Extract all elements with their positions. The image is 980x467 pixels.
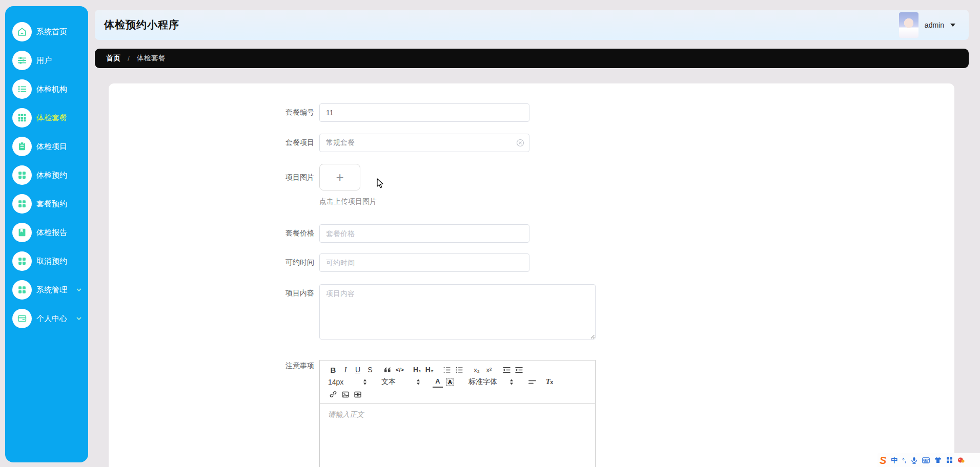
sidebar-item-home[interactable]: 系统首页 xyxy=(5,17,88,46)
clear-icon[interactable] xyxy=(516,139,524,147)
package-item-input-wrap xyxy=(319,134,529,152)
avatar xyxy=(899,12,918,38)
sidebar-item-institutions[interactable]: 体检机构 xyxy=(5,75,88,103)
sidebar-item-users[interactable]: 用户 xyxy=(5,46,88,75)
grid-2x2-icon xyxy=(12,280,32,300)
breadcrumb-separator: / xyxy=(128,55,130,62)
sliders-icon xyxy=(12,51,32,70)
ime-language-toggle[interactable]: 中 xyxy=(891,456,897,465)
bullet-list-button[interactable] xyxy=(454,364,464,375)
subscript-button[interactable]: x₂ xyxy=(472,364,482,375)
page: 系统首页 用户 体检机构 体检套餐 体检项目 xyxy=(0,0,980,467)
font-family-value: 标准字体 xyxy=(468,377,497,387)
grid-2x2-icon xyxy=(12,194,32,214)
header-bar: 体检预约小程序 admin xyxy=(95,10,969,40)
form-row-project-image: 项目图片 + 点击上传项目图片 xyxy=(233,164,377,206)
toolbar-row-2: 14px 文本 A A 标准字体 xyxy=(328,376,591,388)
strikethrough-button[interactable]: S xyxy=(365,364,375,375)
sidebar-item-system-management[interactable]: 系统管理 xyxy=(5,275,88,304)
sidebar-item-label: 取消预约 xyxy=(36,257,67,266)
ime-toolbar: S 中 °, xyxy=(877,453,980,467)
header-1-button[interactable]: H₁ xyxy=(412,364,422,375)
report-icon xyxy=(12,223,32,242)
rich-text-editor: B I U S </> H₁ H₂ x₂ xyxy=(319,360,596,467)
field-label: 套餐项目 xyxy=(233,138,314,147)
clear-format-button[interactable]: Tx xyxy=(544,376,555,388)
package-price-input[interactable] xyxy=(319,224,529,243)
plus-icon: + xyxy=(336,171,343,184)
sidebar-item-label: 个人中心 xyxy=(36,314,67,324)
page-title: 体检预约小程序 xyxy=(104,18,179,32)
form-row-available-time: 可约时间 xyxy=(233,253,529,272)
sidebar-item-packages[interactable]: 体检套餐 xyxy=(5,103,88,132)
list-icon xyxy=(12,79,32,99)
form-row-package-price: 套餐价格 xyxy=(233,224,529,243)
outdent-button[interactable] xyxy=(501,364,512,375)
breadcrumb-home-link[interactable]: 首页 xyxy=(106,54,120,63)
emoji-icon[interactable] xyxy=(957,457,965,463)
underline-button[interactable]: U xyxy=(353,364,363,375)
code-button[interactable]: </> xyxy=(395,364,405,375)
toolbox-grid-icon[interactable] xyxy=(946,457,953,463)
available-time-input[interactable] xyxy=(319,253,529,272)
sidebar-item-checkup-booking[interactable]: 体检预约 xyxy=(5,161,88,189)
text-color-button[interactable]: A xyxy=(433,376,443,388)
field-label: 可约时间 xyxy=(233,258,314,267)
keyboard-icon[interactable] xyxy=(922,457,930,463)
editor-placeholder: 请输入正文 xyxy=(328,410,587,419)
package-no-input[interactable] xyxy=(319,103,529,122)
form-row-notes: 注意事项 B I U S </> H₁ H₂ xyxy=(233,360,596,467)
grid-2x2-icon xyxy=(12,251,32,271)
package-item-input[interactable] xyxy=(319,134,529,152)
sidebar-item-label: 体检项目 xyxy=(36,142,67,152)
sidebar-item-checkup-items[interactable]: 体检项目 xyxy=(5,132,88,161)
wallet-icon xyxy=(12,309,32,328)
sidebar-item-label: 系统首页 xyxy=(36,27,67,37)
skin-icon[interactable] xyxy=(934,457,942,463)
sidebar-item-personal-center[interactable]: 个人中心 xyxy=(5,304,88,333)
video-button[interactable] xyxy=(353,389,363,400)
image-button[interactable] xyxy=(340,389,351,400)
form-row-project-content: 项目内容 xyxy=(233,284,596,339)
field-label: 项目内容 xyxy=(233,284,314,298)
font-size-value: 14px xyxy=(328,378,343,386)
project-content-textarea[interactable] xyxy=(319,284,596,339)
editor-toolbar: B I U S </> H₁ H₂ x₂ xyxy=(320,360,595,404)
image-upload-button[interactable]: + xyxy=(319,164,360,190)
italic-button[interactable]: I xyxy=(340,364,351,375)
align-picker[interactable] xyxy=(527,376,537,388)
sidebar-item-label: 套餐预约 xyxy=(36,199,67,209)
toolbar-row-3 xyxy=(328,388,591,400)
link-button[interactable] xyxy=(328,389,338,400)
clipboard-icon xyxy=(12,137,32,156)
clean-x: x xyxy=(550,379,554,385)
chevron-down-icon xyxy=(76,287,82,293)
sidebar-item-label: 用户 xyxy=(36,56,52,66)
ordered-list-button[interactable] xyxy=(442,364,452,375)
font-size-picker[interactable]: 14px xyxy=(328,376,367,388)
sidebar-item-cancel-booking[interactable]: 取消预约 xyxy=(5,247,88,275)
sidebar-item-package-booking[interactable]: 套餐预约 xyxy=(5,189,88,218)
ime-punctuation-toggle[interactable]: °, xyxy=(902,457,906,463)
clean-t: T xyxy=(546,378,550,386)
highlight-color-button[interactable]: A xyxy=(446,378,454,386)
sogou-logo-icon[interactable]: S xyxy=(880,455,886,465)
paragraph-style-picker[interactable]: 文本 xyxy=(381,376,420,388)
home-icon xyxy=(12,22,32,41)
editor-content[interactable]: 请输入正文 xyxy=(320,404,595,467)
sidebar-item-reports[interactable]: 体检报告 xyxy=(5,218,88,247)
blockquote-button[interactable] xyxy=(382,364,393,375)
grid-2x2-icon xyxy=(12,165,32,185)
toolbar-row-1: B I U S </> H₁ H₂ x₂ xyxy=(328,364,591,376)
indent-button[interactable] xyxy=(514,364,524,375)
user-menu[interactable]: admin xyxy=(899,10,955,40)
header-2-button[interactable]: H₂ xyxy=(424,364,435,375)
form-row-package-item: 套餐项目 xyxy=(233,134,529,152)
sidebar-item-label: 体检机构 xyxy=(36,84,67,94)
font-family-picker[interactable]: 标准字体 xyxy=(468,376,514,388)
field-label: 项目图片 xyxy=(233,164,314,190)
microphone-icon[interactable] xyxy=(911,457,917,464)
bold-button[interactable]: B xyxy=(328,364,338,375)
sidebar-item-label: 系统管理 xyxy=(36,285,67,295)
superscript-button[interactable]: x² xyxy=(484,364,494,375)
